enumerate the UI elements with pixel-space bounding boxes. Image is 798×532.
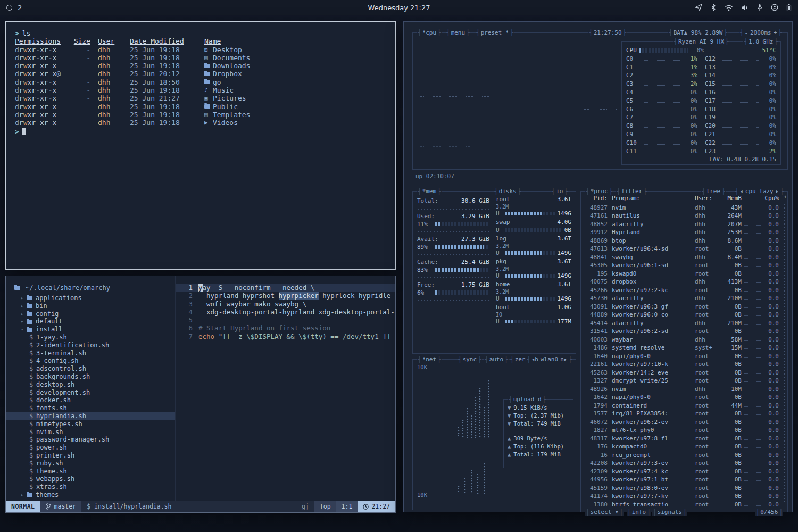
process-row[interactable]: 45159kworker/u98:0-evroot0B0.0 [585, 483, 784, 492]
tree-item[interactable]: $xtras.sh [6, 483, 175, 491]
code-line[interactable]: 3 wofi waybar mako swaybg \ [176, 300, 395, 308]
tree-item[interactable]: $password-manager.sh [6, 436, 175, 444]
tree-item[interactable]: $docker.sh [6, 396, 175, 404]
tree-item[interactable]: $printer.sh [6, 452, 175, 460]
code-line[interactable]: 1yay -S --noconfirm --needed \ [176, 284, 395, 292]
process-row[interactable]: 44956kworker/u97:1-btroot0B0.0 [585, 475, 784, 484]
proc-box-label[interactable]: ┤*proc├ [585, 187, 613, 195]
tree-item[interactable]: $backgrounds.sh [6, 373, 175, 381]
process-row[interactable]: 45730alacrittydhh210M0.0 [585, 294, 784, 302]
net-auto-toggle[interactable]: ┤auto├ [484, 355, 509, 363]
code-line[interactable]: 4 xdg-desktop-portal-hyprland xdg-deskto… [176, 308, 395, 316]
microphone-icon[interactable] [757, 4, 763, 11]
terminal-window[interactable]: >ls Permissions Size User Date Modified … [5, 21, 396, 270]
net-sync-toggle[interactable]: ┤sync├ [458, 355, 482, 363]
tree-item[interactable]: $development.sh [6, 389, 175, 397]
proc-filter-button[interactable]: ┤filter├ [616, 187, 647, 195]
prompt-line-empty[interactable]: > [15, 128, 386, 136]
process-row[interactable]: 1827mt76-tx phy0root0B0.0 [585, 426, 784, 434]
tree-item[interactable]: $4-config.sh [6, 357, 175, 365]
code-line[interactable]: 5 [176, 316, 395, 324]
cpu-box-label[interactable]: ┤*cpu├ [417, 29, 442, 37]
process-row[interactable]: 42309kworker/u97:4-kcroot0B0.0 [585, 467, 784, 475]
process-row[interactable]: 1577irq/81-PIXA3854:root0B0.0 [585, 409, 784, 418]
launcher-icon[interactable] [6, 5, 12, 11]
tree-item[interactable]: ▸applications [6, 294, 175, 302]
tree-item[interactable]: $hyprlandia.sh [6, 412, 175, 420]
process-row[interactable]: 195kswapd0root0B0.0 [585, 269, 784, 277]
mem-box-label[interactable]: ┤*mem├ [417, 187, 442, 195]
code-line[interactable]: 7echo "[[ -z \$DISPLAY && \$(tty) == /de… [176, 332, 395, 340]
process-row[interactable]: 39912Hyprlanddhh253M0.0 [585, 228, 784, 236]
tree-item[interactable]: $mimetypes.sh [6, 420, 175, 428]
tree-item[interactable]: ▾install [6, 326, 175, 334]
process-row[interactable]: 176kcompactd0root0B0.0 [585, 442, 784, 451]
net-interface-selector[interactable]: ┤◂bwlan0n▸├ [526, 355, 572, 363]
code-line[interactable]: 2 hyprland hyprshot hyprpicker hyprlock … [176, 292, 395, 300]
user-circle-icon[interactable] [771, 4, 778, 11]
process-row[interactable]: 1327dmcrypt_write/25root0B0.0 [585, 376, 784, 385]
process-row[interactable]: 40075dropboxdhh413M0.0 [585, 277, 784, 286]
tree-item[interactable]: $desktop.sh [6, 381, 175, 389]
send-icon[interactable] [695, 4, 702, 11]
process-row[interactable]: 41174kworker/u97:7-kvroot0B0.0 [585, 492, 784, 500]
code-line[interactable]: 6# Start Hyprland on first session [176, 324, 395, 332]
process-row[interactable]: 40003waybardhh58M0.0 [585, 335, 784, 343]
wifi-icon[interactable] [725, 4, 733, 11]
process-row[interactable]: 47613kworker/u96:4-sdroot0B0.0 [585, 244, 784, 253]
process-row[interactable]: 1380btrfs-transactioroot0B0.0 [585, 500, 784, 508]
tree-item[interactable]: $adscontrol.sh [6, 365, 175, 373]
process-row[interactable]: 46072kworker/u96:2-evroot0B0.0 [585, 417, 784, 426]
io-toggle[interactable]: ┤io├ [551, 187, 569, 195]
process-row[interactable]: 1486systemd-resolvesyst+15M0.0 [585, 343, 784, 352]
update-interval[interactable]: ┤-2000ms+├ [739, 29, 782, 37]
process-row[interactable]: 48317kworker/u97:8-flroot0B0.0 [585, 434, 784, 442]
proc-scrollbar[interactable] [784, 203, 786, 502]
tree-item[interactable]: $theme.sh [6, 468, 175, 476]
process-row[interactable]: 47161nautilusdhh264M0.0 [585, 211, 784, 220]
process-row[interactable]: 1794containerdroot44M0.0 [585, 401, 784, 409]
bluetooth-icon[interactable] [710, 4, 717, 11]
process-row[interactable]: 48869btopdhh8.6M0.0 [585, 236, 784, 244]
proc-sort-selector[interactable]: ┤◂cpu lazy▸├ [735, 187, 784, 195]
tree-item[interactable]: ▸default [6, 318, 175, 326]
editor-window[interactable]: ~/.local/share/omarchy ▸applications▸bin… [5, 276, 396, 513]
tree-item[interactable]: ▸themes [6, 491, 175, 499]
process-row[interactable]: 31541kworker/u96:2-sdroot0B0.0 [585, 327, 784, 335]
tree-item[interactable]: $webapps.sh [6, 475, 175, 483]
preset-button[interactable]: ┤preset *├ [476, 29, 514, 37]
file-tree-root[interactable]: ~/.local/share/omarchy [6, 284, 175, 292]
process-row[interactable]: 48926nvimdhh10M0.0 [585, 384, 784, 393]
process-row[interactable]: 48852alacrittydhh207M0.0 [585, 219, 784, 228]
proc-select-button[interactable]: ┤select ▾├ [585, 508, 624, 516]
process-row[interactable]: 45263kworker/14:2-everoot0B0.0 [585, 368, 784, 376]
net-box-label[interactable]: ┤*net├ [417, 355, 442, 363]
process-row[interactable]: 45266kworker/u97:2-kcroot0B0.0 [585, 285, 784, 294]
process-row[interactable]: 45305kworker/u96:1-sdroot0B0.0 [585, 261, 784, 269]
battery-icon[interactable] [786, 4, 792, 11]
tree-item[interactable]: $nvim.sh [6, 428, 175, 436]
net-panel-title[interactable]: ┤upload d├ [508, 395, 546, 403]
tree-item[interactable]: $fonts.sh [6, 404, 175, 412]
disks-toggle[interactable]: ┤disks├ [494, 187, 521, 195]
btop-window[interactable]: ┤*cpu├ ┤menu├ ┤preset *├ ┤21:27:50├ ┤BAT… [403, 21, 793, 512]
proc-tree-toggle[interactable]: ┤tree├ [701, 187, 726, 195]
process-row[interactable]: 48927nvimdhh43M0.0 [585, 203, 784, 211]
tree-item[interactable]: $power.sh [6, 444, 175, 452]
process-row[interactable]: 43091kworker/u96:3-gfroot0B0.0 [585, 302, 784, 310]
menu-button[interactable]: ┤menu├ [446, 29, 470, 37]
tree-item[interactable]: $3-terminal.sh [6, 350, 175, 358]
editor-pane[interactable]: 1yay -S --noconfirm --needed \2 hyprland… [175, 276, 395, 501]
process-row[interactable]: 22161kworker/u97:10-kroot0B0.0 [585, 360, 784, 368]
process-row[interactable]: 42208kworker/u97:3-evroot0B0.0 [585, 459, 784, 467]
proc-info-button[interactable]: ┤info├ [627, 508, 651, 516]
process-row[interactable]: 16rcu_preemptroot0B0.0 [585, 450, 784, 459]
workspace-number[interactable]: 2 [18, 4, 22, 12]
scroll-up-icon[interactable]: ↑ [784, 194, 787, 200]
tree-item[interactable]: $ruby.sh [6, 460, 175, 468]
volume-icon[interactable] [741, 4, 749, 11]
process-row[interactable]: 45414alacrittydhh210M0.0 [585, 318, 784, 327]
process-row[interactable]: 48841swaybgdhh8.4M0.0 [585, 252, 784, 261]
process-row[interactable]: 44889kworker/u96:0-coroot0B0.0 [585, 310, 784, 319]
process-row[interactable]: 1642napi/phy0-0root0B0.0 [585, 393, 784, 401]
